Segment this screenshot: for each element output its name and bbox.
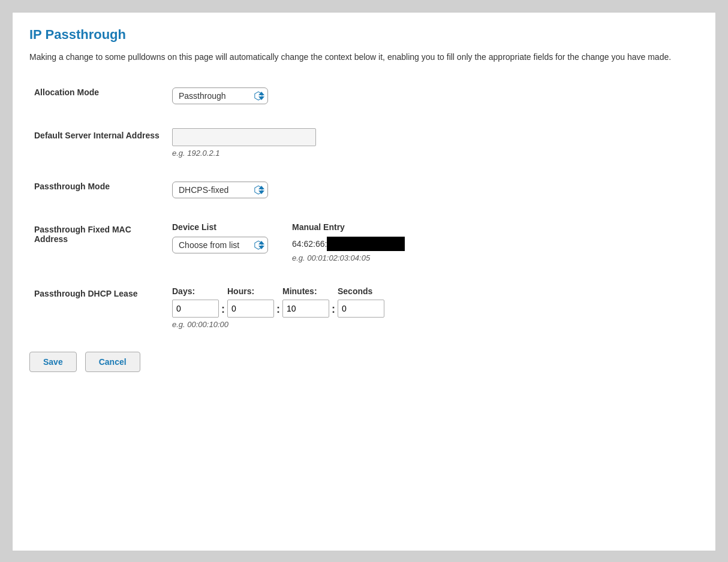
mac-redacted-block — [327, 237, 405, 251]
device-list-select[interactable]: Choose from list — [172, 237, 268, 253]
passthrough-mode-label: Passthrough Mode — [29, 176, 167, 204]
allocation-mode-select-wrapper: Passthrough NAPT Router DMZ — [172, 87, 268, 104]
minutes-field: Minutes: — [282, 286, 329, 318]
separator-1: : — [219, 286, 227, 316]
hours-field: Hours: — [227, 286, 274, 318]
minutes-input[interactable] — [282, 300, 329, 318]
device-list-col: Device List Choose from list — [172, 222, 268, 253]
dhcp-lease-field: Days: : Hours: : Minutes: — [167, 280, 699, 335]
buttons-row: Save Cancel — [29, 352, 699, 372]
manual-entry-label: Manual Entry — [292, 222, 405, 232]
mac-display: 64:62:66: — [292, 237, 405, 251]
seconds-input[interactable] — [338, 300, 384, 318]
passthrough-mode-select-wrapper: DHCPS-fixed DHCPS-dynamic PPPoE — [172, 182, 268, 198]
dhcp-lease-label: Passthrough DHCP Lease — [29, 280, 167, 335]
minutes-label: Minutes: — [282, 286, 317, 296]
passthrough-mode-field: DHCPS-fixed DHCPS-dynamic PPPoE — [167, 176, 699, 204]
mac-prefix: 64:62:66: — [292, 239, 327, 249]
form-table: Allocation Mode Passthrough NAPT Router … — [29, 81, 699, 335]
passthrough-mode-select[interactable]: DHCPS-fixed DHCPS-dynamic PPPoE — [172, 182, 268, 198]
allocation-mode-select[interactable]: Passthrough NAPT Router DMZ — [172, 87, 268, 104]
manual-entry-col: Manual Entry 64:62:66: e.g. 00:01:02:03:… — [292, 222, 405, 262]
lease-hint: e.g. 00:00:10:00 — [172, 320, 694, 329]
passthrough-mac-row: Device List Choose from list — [172, 222, 694, 262]
lease-row: Days: : Hours: : Minutes: — [172, 286, 694, 318]
device-list-select-wrapper: Choose from list — [172, 237, 268, 253]
save-button[interactable]: Save — [29, 352, 77, 372]
hours-label: Hours: — [227, 286, 254, 296]
seconds-label: Seconds — [338, 286, 372, 296]
page-container: IP Passthrough Making a change to some p… — [12, 12, 716, 551]
default-server-input[interactable] — [172, 128, 316, 146]
separator-2: : — [274, 286, 282, 316]
days-field: Days: — [172, 286, 219, 318]
days-label: Days: — [172, 286, 195, 296]
days-input[interactable] — [172, 300, 219, 318]
allocation-mode-label: Allocation Mode — [29, 81, 167, 110]
hours-input[interactable] — [227, 300, 274, 318]
seconds-field: Seconds — [338, 286, 384, 318]
passthrough-mac-field: Device List Choose from list — [167, 216, 699, 268]
passthrough-mac-label: Passthrough Fixed MAC Address — [29, 216, 167, 268]
cancel-button[interactable]: Cancel — [85, 352, 140, 372]
device-list-label: Device List — [172, 222, 268, 232]
page-description: Making a change to some pulldowns on thi… — [29, 51, 699, 64]
page-title: IP Passthrough — [29, 27, 699, 43]
default-server-field: e.g. 192.0.2.1 — [167, 122, 699, 164]
separator-3: : — [329, 286, 338, 316]
allocation-mode-field: Passthrough NAPT Router DMZ — [167, 81, 699, 110]
default-server-label: Default Server Internal Address — [29, 122, 167, 164]
default-server-hint: e.g. 192.0.2.1 — [172, 149, 694, 158]
mac-hint: e.g. 00:01:02:03:04:05 — [292, 253, 405, 262]
